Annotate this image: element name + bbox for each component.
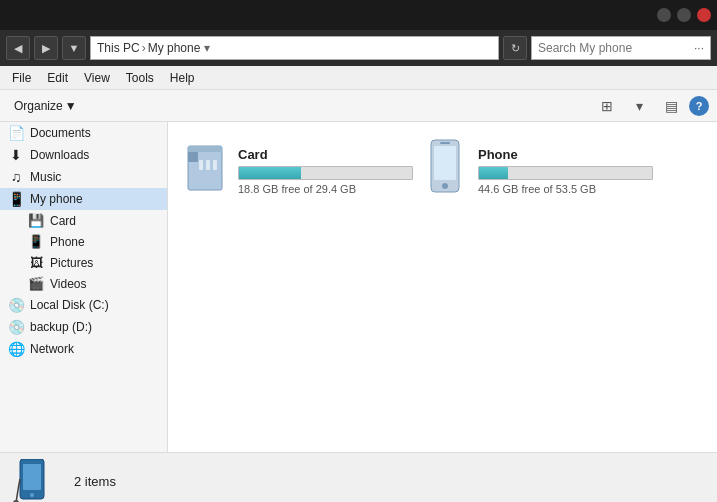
phone-storage-name: Phone: [478, 147, 653, 162]
sidebar-label-downloads: Downloads: [30, 148, 89, 162]
phone-icon: 📱: [28, 234, 44, 249]
sidebar-label-my-phone: My phone: [30, 192, 83, 206]
storage-grid: Card 18.8 GB free of 29.4 GB: [184, 138, 701, 203]
toolbar: Organize ▼ ⊞ ▾ ▤ ?: [0, 90, 717, 122]
refresh-button[interactable]: ↻: [503, 36, 527, 60]
maximize-button[interactable]: [677, 8, 691, 22]
search-box[interactable]: ···: [531, 36, 711, 60]
videos-icon: 🎬: [28, 276, 44, 291]
title-bar: [0, 0, 717, 30]
storage-item-card[interactable]: Card 18.8 GB free of 29.4 GB: [184, 138, 404, 203]
path-this-pc: This PC: [97, 41, 140, 55]
sidebar-label-backup-d: backup (D:): [30, 320, 92, 334]
backup-d-icon: 💿: [8, 319, 24, 335]
search-input[interactable]: [538, 41, 694, 55]
organize-button[interactable]: Organize ▼: [8, 95, 83, 117]
svg-point-8: [442, 183, 448, 189]
sidebar-item-backup-d[interactable]: 💿 backup (D:): [0, 316, 167, 338]
svg-rect-2: [188, 146, 222, 152]
back-button[interactable]: ◀: [6, 36, 30, 60]
sidebar-label-local-disk-c: Local Disk (C:): [30, 298, 109, 312]
sidebar-label-music: Music: [30, 170, 61, 184]
organize-label: Organize: [14, 99, 63, 113]
local-disk-c-icon: 💿: [8, 297, 24, 313]
svg-rect-3: [199, 160, 203, 170]
sidebar-item-phone[interactable]: 📱 Phone: [0, 231, 167, 252]
sidebar-item-pictures[interactable]: 🖼 Pictures: [0, 252, 167, 273]
card-storage-text: 18.8 GB free of 29.4 GB: [238, 183, 413, 195]
main-layout: 📄 Documents ⬇ Downloads ♫ Music 📱 My pho…: [0, 122, 717, 452]
my-phone-icon: 📱: [8, 191, 24, 207]
sidebar-item-network[interactable]: 🌐 Network: [0, 338, 167, 360]
content-area[interactable]: Card 18.8 GB free of 29.4 GB: [168, 122, 717, 452]
phone-device-icon: [424, 138, 466, 203]
sidebar-item-card[interactable]: 💾 Card: [0, 210, 167, 231]
sidebar-label-documents: Documents: [30, 126, 91, 140]
sidebar-label-phone: Phone: [50, 235, 85, 249]
view-list-button[interactable]: ▾: [625, 94, 653, 118]
documents-icon: 📄: [8, 125, 24, 141]
address-path[interactable]: This PC › My phone ▾: [90, 36, 499, 60]
sidebar-label-videos: Videos: [50, 277, 86, 291]
view-icon-button[interactable]: ⊞: [593, 94, 621, 118]
search-more-button[interactable]: ···: [694, 41, 704, 55]
sidebar-item-downloads[interactable]: ⬇ Downloads: [0, 144, 167, 166]
menu-help[interactable]: Help: [162, 69, 203, 87]
sidebar-label-card: Card: [50, 214, 76, 228]
organize-arrow: ▼: [65, 99, 77, 113]
phone-storage-text: 44.6 GB free of 53.5 GB: [478, 183, 653, 195]
network-icon: 🌐: [8, 341, 24, 357]
sidebar-label-pictures: Pictures: [50, 256, 93, 270]
sidebar-item-my-phone[interactable]: 📱 My phone: [0, 188, 167, 210]
sidebar-item-videos[interactable]: 🎬 Videos: [0, 273, 167, 294]
card-device-icon: [184, 138, 226, 203]
sidebar-item-local-disk-c[interactable]: 💿 Local Disk (C:): [0, 294, 167, 316]
path-location: My phone: [148, 41, 201, 55]
card-progress-fill: [239, 167, 301, 179]
music-icon: ♫: [8, 169, 24, 185]
menu-file[interactable]: File: [4, 69, 39, 87]
sidebar-label-network: Network: [30, 342, 74, 356]
view-grid-icon: ⊞: [601, 98, 613, 114]
close-button[interactable]: [697, 8, 711, 22]
card-storage-name: Card: [238, 147, 413, 162]
card-storage-info: Card 18.8 GB free of 29.4 GB: [238, 147, 413, 195]
phone-progress-fill: [479, 167, 508, 179]
storage-item-phone[interactable]: Phone 44.6 GB free of 53.5 GB: [424, 138, 644, 203]
svg-point-12: [30, 493, 34, 497]
sidebar-item-music[interactable]: ♫ Music: [0, 166, 167, 188]
phone-progress-container: [478, 166, 653, 180]
dropdown-button[interactable]: ▼: [62, 36, 86, 60]
view-chevron-icon: ▾: [636, 98, 643, 114]
svg-rect-11: [23, 464, 41, 490]
sidebar: 📄 Documents ⬇ Downloads ♫ Music 📱 My pho…: [0, 122, 168, 452]
path-dropdown-arrow[interactable]: ▾: [204, 41, 210, 55]
minimize-button[interactable]: [657, 8, 671, 22]
storage-top-card: Card 18.8 GB free of 29.4 GB: [184, 138, 404, 203]
device-thumbnail: [12, 459, 62, 503]
bottom-item-count: 2 items: [74, 474, 116, 489]
view-details-icon: ▤: [665, 98, 678, 114]
card-icon: 💾: [28, 213, 44, 228]
downloads-icon: ⬇: [8, 147, 24, 163]
storage-top-phone: Phone 44.6 GB free of 53.5 GB: [424, 138, 644, 203]
card-progress-container: [238, 166, 413, 180]
menu-tools[interactable]: Tools: [118, 69, 162, 87]
path-separator: ›: [142, 41, 146, 55]
sidebar-item-documents[interactable]: 📄 Documents: [0, 122, 167, 144]
sidebar-scroll[interactable]: 📄 Documents ⬇ Downloads ♫ Music 📱 My pho…: [0, 122, 167, 452]
forward-button[interactable]: ▶: [34, 36, 58, 60]
menu-view[interactable]: View: [76, 69, 118, 87]
svg-rect-9: [440, 142, 450, 144]
menu-edit[interactable]: Edit: [39, 69, 76, 87]
menu-bar: File Edit View Tools Help: [0, 66, 717, 90]
bottom-panel: 2 items: [0, 452, 717, 502]
phone-storage-info: Phone 44.6 GB free of 53.5 GB: [478, 147, 653, 195]
svg-rect-7: [434, 146, 456, 180]
svg-rect-4: [206, 160, 210, 170]
svg-rect-5: [213, 160, 217, 170]
pictures-icon: 🖼: [28, 255, 44, 270]
help-button[interactable]: ?: [689, 96, 709, 116]
view-details-button[interactable]: ▤: [657, 94, 685, 118]
address-bar: ◀ ▶ ▼ This PC › My phone ▾ ↻ ···: [0, 30, 717, 66]
